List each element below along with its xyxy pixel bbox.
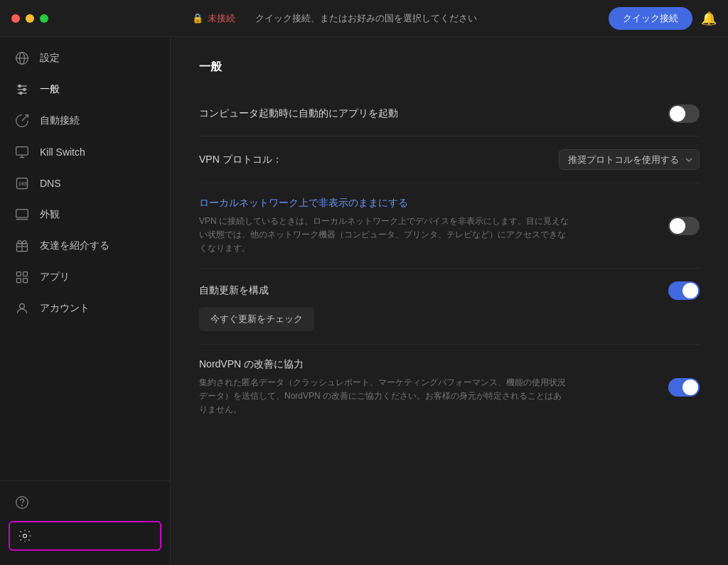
local-network-desc: VPN に接続しているときは、ローカルネットワーク上でデバイスを非表示にします。… (199, 215, 569, 256)
sidebar-nav: 設定 一般 (0, 43, 170, 480)
svg-rect-15 (16, 210, 28, 218)
svg-rect-10 (16, 147, 28, 156)
section-title: 一般 (199, 60, 700, 75)
vpn-protocol-label: VPN プロトコル： (199, 154, 282, 166)
toggle-knob (670, 106, 685, 122)
sidebar-item-appearance[interactable]: 外観 (0, 199, 170, 230)
gift-icon (14, 238, 30, 254)
minimize-button[interactable] (26, 14, 34, 23)
svg-rect-20 (17, 272, 21, 276)
svg-point-24 (20, 303, 25, 308)
improve-left: NordVPN の改善に協力 集約された匿名データ（クラッシュレポート、マーケテ… (199, 357, 668, 416)
dns-icon: DNS (14, 176, 30, 191)
sidebar-item-dns[interactable]: DNS DNS (0, 168, 170, 199)
sidebar-item-label: 自動接続 (40, 114, 80, 127)
sidebar-footer (0, 480, 170, 559)
sidebar-item-label: Kill Switch (40, 146, 85, 158)
settings-content: 一般 コンピュータ起動時に自動的にアプリを起動 VPN プロトコル： 推奨プロト… (171, 37, 728, 565)
kill-switch-icon (14, 144, 30, 160)
sidebar-item-label: 設定 (40, 52, 60, 65)
auto-launch-label: コンピュータ起動時に自動的にアプリを起動 (199, 107, 654, 121)
svg-point-8 (20, 92, 22, 94)
sidebar-item-label: アカウント (40, 302, 90, 315)
local-network-toggle[interactable] (668, 217, 700, 235)
sidebar-item-kill-switch[interactable]: Kill Switch (0, 136, 170, 168)
vpn-protocol-select[interactable]: 推奨プロトコルを使用する (559, 149, 700, 170)
improve-row: NordVPN の改善に協力 集約された匿名データ（クラッシュレポート、マーケテ… (199, 345, 700, 429)
auto-update-row: 自動更新を構成 今すぐ更新をチェック (199, 269, 700, 345)
svg-point-6 (18, 85, 21, 87)
auto-connect-icon (14, 113, 30, 129)
svg-rect-21 (23, 272, 28, 276)
improve-desc: 集約された匿名データ（クラッシュレポート、マーケティングパフォーマンス、機能の使… (199, 376, 569, 417)
sidebar-footer-settings[interactable] (9, 521, 161, 551)
settings-icon (17, 528, 33, 544)
sidebar-item-label: DNS (40, 178, 61, 189)
svg-point-27 (23, 534, 27, 538)
traffic-lights (11, 14, 48, 23)
local-network-label: ローカルネットワーク上で非表示のままにする (199, 196, 654, 210)
apps-icon (14, 269, 30, 285)
titlebar: 🔒 未接続 クイック接続、またはお好みの国を選択してください クイック接続 🔔 (0, 0, 728, 37)
sidebar-item-label: アプリ (40, 271, 70, 284)
toggle-knob (670, 218, 685, 234)
svg-point-26 (22, 505, 23, 506)
titlebar-message: クイック接続、またはお好みの国を選択してください (255, 12, 477, 25)
svg-line-9 (22, 115, 28, 121)
maximize-button[interactable] (40, 14, 48, 23)
connection-status: 🔒 未接続 (192, 12, 235, 25)
status-label: 未接続 (208, 12, 235, 25)
svg-text:DNS: DNS (19, 181, 28, 187)
account-icon (14, 301, 30, 316)
svg-rect-22 (17, 279, 21, 283)
local-network-left: ローカルネットワーク上で非表示のままにする VPN に接続しているときは、ローカ… (199, 196, 668, 255)
notification-icon[interactable]: 🔔 (701, 11, 717, 26)
sidebar-item-label: 一般 (40, 83, 60, 96)
titlebar-center: 🔒 未接続 クイック接続、またはお好みの国を選択してください (60, 12, 609, 25)
auto-launch-left: コンピュータ起動時に自動的にアプリを起動 (199, 107, 668, 121)
appearance-icon (14, 207, 30, 222)
sidebar-item-apps[interactable]: アプリ (0, 262, 170, 293)
help-icon (14, 495, 30, 510)
sidebar-item-auto-connect[interactable]: 自動接続 (0, 105, 170, 136)
sidebar-item-label: 友達を紹介する (40, 240, 109, 252)
globe-icon (14, 50, 30, 66)
quick-connect-button[interactable]: クイック接続 (609, 7, 692, 30)
close-button[interactable] (11, 14, 20, 23)
sidebar-item-refer[interactable]: 友達を紹介する (0, 230, 170, 262)
sidebar-footer-help[interactable] (0, 487, 170, 518)
improve-label: NordVPN の改善に協力 (199, 357, 654, 372)
sidebar: 設定 一般 (0, 37, 171, 565)
auto-update-toggle[interactable] (668, 281, 700, 300)
local-network-row: ローカルネットワーク上で非表示のままにする VPN に接続しているときは、ローカ… (199, 183, 700, 269)
lock-icon: 🔒 (192, 13, 203, 23)
sidebar-item-general[interactable]: 一般 (0, 74, 170, 105)
sidebar-item-account[interactable]: アカウント (0, 293, 170, 324)
main-layout: 設定 一般 (0, 37, 728, 565)
titlebar-right: クイック接続 🔔 (609, 7, 717, 30)
sliders-icon (14, 82, 30, 97)
sidebar-item-label: 外観 (40, 208, 60, 221)
sidebar-item-vpn[interactable]: 設定 (0, 43, 170, 74)
toggle-knob (682, 380, 698, 395)
auto-launch-toggle[interactable] (668, 104, 700, 123)
auto-launch-row: コンピュータ起動時に自動的にアプリを起動 (199, 92, 700, 136)
auto-update-label: 自動更新を構成 (199, 284, 269, 298)
check-update-button[interactable]: 今すぐ更新をチェック (199, 307, 314, 331)
svg-rect-23 (23, 279, 28, 283)
toggle-knob (682, 283, 698, 298)
vpn-protocol-row: VPN プロトコル： 推奨プロトコルを使用する (199, 136, 700, 183)
svg-point-7 (23, 88, 26, 90)
improve-toggle[interactable] (668, 378, 700, 397)
